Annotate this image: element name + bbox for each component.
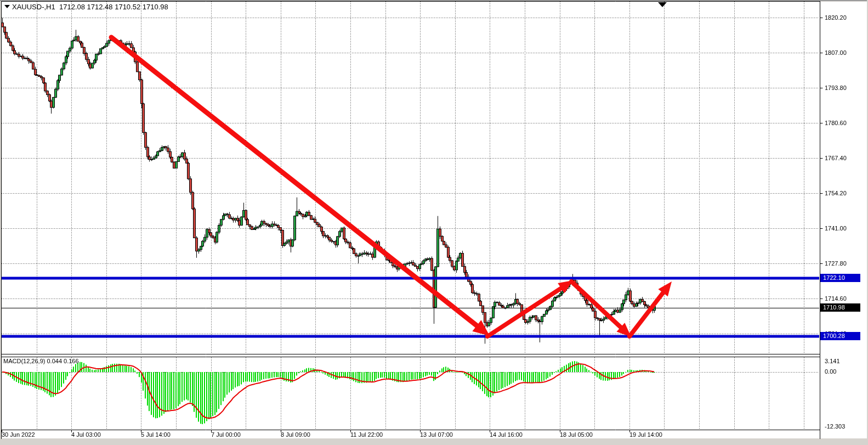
price-axis-label: 1727.80 xyxy=(825,260,847,267)
price-axis[interactable] xyxy=(820,2,867,430)
time-axis-label: 19 Jul 14:00 xyxy=(629,431,662,438)
time-axis-label: 4 Jul 03:00 xyxy=(71,431,101,438)
price-axis-label: 1714.60 xyxy=(825,295,847,302)
chart-title: XAUUSD-,H1 1712.08 1712.48 1710.52 1710.… xyxy=(12,3,168,11)
time-axis-label: 8 Jul 09:00 xyxy=(281,431,310,438)
price-axis-label: 1793.80 xyxy=(825,85,847,92)
main-chart-area[interactable] xyxy=(2,2,819,354)
price-badge-1722.10: 1722.10 xyxy=(820,274,860,282)
current-bar-marker-icon xyxy=(658,2,667,7)
macd-scale-label: -12.303 xyxy=(825,423,845,430)
price-axis-label: 1754.20 xyxy=(825,190,847,197)
macd-name: MACD(12,26,9) xyxy=(3,358,45,364)
macd-current-values: 0.044 0.166 xyxy=(47,358,78,364)
time-axis-label: 7 Jul 00:00 xyxy=(211,431,241,438)
macd-indicator-label: MACD(12,26,9) 0.044 0.166 xyxy=(3,358,79,364)
macd-scale-label: 0.00 xyxy=(825,368,836,375)
time-axis-label: 18 Jul 05:00 xyxy=(560,431,593,438)
price-badge-1700.28: 1700.28 xyxy=(820,332,860,340)
macd-scale-label: 3.141 xyxy=(825,358,840,365)
price-axis-label: 1741.00 xyxy=(825,225,847,232)
time-axis-label: 11 Jul 22:00 xyxy=(350,431,383,438)
time-axis[interactable] xyxy=(2,430,819,438)
time-axis-label: 5 Jul 14:00 xyxy=(141,431,171,438)
terminal-chart-window: { "window": { "title": "XAUUSD-,H1 1712.… xyxy=(0,0,868,445)
time-axis-label: 14 Jul 16:00 xyxy=(490,431,523,438)
symbol-dropdown-icon[interactable] xyxy=(4,5,10,8)
time-axis-label: 30 Jun 2022 xyxy=(2,431,35,438)
macd-panel[interactable] xyxy=(2,357,819,430)
price-badge-1710.98: 1710.98 xyxy=(820,303,860,312)
time-axis-label: 13 Jul 07:00 xyxy=(420,431,453,438)
price-axis-label: 1767.40 xyxy=(825,155,847,162)
price-axis-label: 1807.00 xyxy=(825,49,847,57)
price-axis-label: 1780.60 xyxy=(825,120,847,127)
price-axis-label: 1820.20 xyxy=(825,14,847,21)
